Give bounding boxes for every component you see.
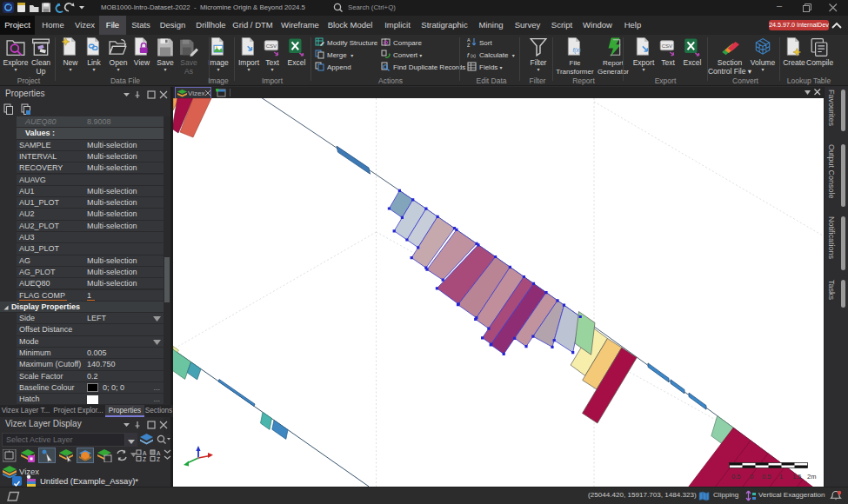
svg-text:1.5: 1.5 [792,473,801,481]
svg-text:f(x): f(x) [572,47,581,54]
svg-text:CSV: CSV [662,43,672,49]
svg-text:A: A [157,450,161,456]
svg-text:2m: 2m [807,473,816,481]
svg-text:0.5: 0.5 [762,473,771,481]
svg-text:(x): (x) [471,53,476,58]
svg-text:0.5: 0.5 [731,473,740,481]
svg-text:A: A [143,450,147,456]
svg-text:1: 1 [779,473,783,481]
svg-text:CSV: CSV [266,43,277,49]
svg-text:Z: Z [143,456,146,462]
svg-text:0: 0 [750,473,753,481]
svg-text:Z: Z [157,456,160,462]
svg-text:f: f [467,51,470,59]
svg-text:Z: Z [467,43,471,47]
